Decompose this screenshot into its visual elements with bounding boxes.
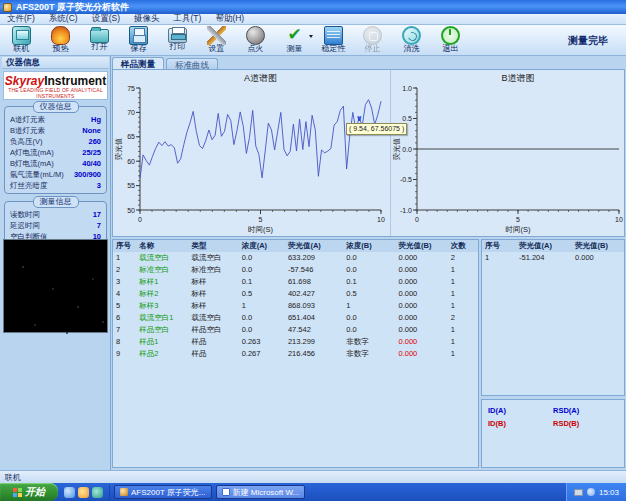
toolbar-button-测量[interactable]: ✔测量	[275, 26, 314, 55]
quick-launch-media-icon[interactable]	[92, 487, 103, 498]
toolbar-button-退出[interactable]: 退出	[431, 26, 470, 55]
menu-item[interactable]: 设置(S)	[85, 13, 127, 25]
table-cell: 633.209	[285, 252, 343, 264]
dropdown-arrow-icon[interactable]	[309, 35, 313, 38]
column-header[interactable]: 浓度(B)	[343, 240, 395, 252]
table-cell: 61.698	[285, 276, 343, 288]
toolbar-button-预热[interactable]: 预热	[41, 26, 80, 55]
toolbar-button-设置[interactable]: 设置	[197, 26, 236, 55]
toolbar-button-label: 打开	[92, 43, 108, 51]
task-buttons: AFS200T 原子荧光...新建 Microsoft W...	[110, 485, 305, 499]
table-row[interactable]: 2标准空白标准空白0.0-57.5460.00.0001	[113, 264, 478, 276]
volume-tray-icon[interactable]	[587, 488, 595, 496]
table-row[interactable]: 1载流空白载流空白0.0633.2090.00.0002	[113, 252, 478, 264]
toolbar-button-点火[interactable]: 点火	[236, 26, 275, 55]
field-label: 氩气流量(mL/M)	[10, 169, 64, 180]
table-cell: 0.1	[239, 276, 285, 288]
table-row[interactable]: 1-51.2040.000	[482, 252, 624, 264]
menu-item[interactable]: 帮助(H)	[208, 13, 251, 25]
column-header[interactable]: 序号	[113, 240, 136, 252]
taskbar-task-button[interactable]: 新建 Microsoft W...	[216, 485, 306, 499]
toolbar-button-label: 测量	[287, 45, 303, 53]
display-tray-icon[interactable]	[574, 489, 583, 496]
column-header[interactable]: 荧光值(B)	[572, 240, 624, 252]
table-row[interactable]: 4标样2标样0.5402.4270.50.0001	[113, 288, 478, 300]
column-header[interactable]: 浓度(A)	[239, 240, 285, 252]
column-header[interactable]: 荧光值(A)	[285, 240, 343, 252]
toolbar-button-打印[interactable]: 打印	[158, 26, 197, 55]
table-cell: 标样	[188, 300, 238, 312]
column-header[interactable]: 类型	[188, 240, 238, 252]
tab-标准曲线[interactable]: 标准曲线	[166, 58, 218, 69]
toolbar-button-联机[interactable]: 联机	[2, 26, 41, 55]
menu-item[interactable]: 工具(T)	[167, 13, 209, 25]
table-cell: 0.000	[396, 276, 448, 288]
menu-item[interactable]: 文件(F)	[0, 13, 42, 25]
table-cell: 213.299	[285, 336, 343, 348]
svg-text:A道谱图: A道谱图	[244, 73, 277, 83]
table-row[interactable]: 7样品空白样品空白0.047.5420.00.0001	[113, 324, 478, 336]
table-cell: 0.5	[343, 288, 395, 300]
toolbar-button-稳定性[interactable]: 稳定性	[314, 26, 353, 55]
table-cell: 0.000	[396, 288, 448, 300]
column-header[interactable]: 荧光值(A)	[516, 240, 572, 252]
sample-table-panel[interactable]: 序号名称类型浓度(A)荧光值(A)浓度(B)荧光值(B)次数 1载流空白载流空白…	[112, 239, 479, 468]
table-cell: 6	[113, 312, 136, 324]
taskbar-task-button[interactable]: AFS200T 原子荧光...	[114, 485, 212, 499]
start-label: 开始	[25, 485, 45, 499]
field-row: 氩气流量(mL/M)300/900	[5, 169, 106, 180]
table-cell: 0.000	[572, 252, 624, 264]
table-row[interactable]: 6载流空白1载流空白0.0651.4040.00.0002	[113, 312, 478, 324]
chart-a-canvas[interactable]: A道谱图5055606570750510时间(S)荧光值	[113, 70, 390, 236]
svg-text:60: 60	[127, 158, 135, 165]
column-header[interactable]: 名称	[136, 240, 188, 252]
readings-table-panel[interactable]: 序号荧光值(A)荧光值(B) 1-51.2040.000	[481, 239, 625, 396]
toolbar-button-打开[interactable]: 打开	[80, 26, 119, 55]
table-row[interactable]: 9样品2样品0.267216.456非数字0.0001	[113, 348, 478, 360]
field-label: 负高压(V)	[10, 136, 43, 147]
field-label: A道灯元素	[10, 114, 45, 125]
logo-brand-black: Instrument	[44, 74, 106, 88]
toolbar-button-清洗[interactable]: 清洗	[392, 26, 431, 55]
field-label: 延迟时间	[10, 220, 40, 231]
toolbar-button-停止: 停止	[353, 26, 392, 55]
instrument-info-group: 仪器信息 A道灯元素HgB道灯元素None负高压(V)260A灯电流(mA)25…	[4, 106, 107, 194]
chart-b-canvas[interactable]: B道谱图1.00.50.0-0.5-1.00510时间(S)荧光值	[391, 70, 626, 236]
quick-launch-messenger-icon[interactable]	[78, 487, 89, 498]
table-cell: 0.0	[343, 264, 395, 276]
menu-item[interactable]: 摄像头	[127, 13, 167, 25]
save-icon	[129, 26, 148, 45]
status-text: 联机	[5, 473, 21, 482]
table-row[interactable]: 8样品1样品0.263213.299非数字0.0001	[113, 336, 478, 348]
svg-text:10: 10	[615, 216, 623, 223]
table-row[interactable]: 5标样3标样1868.09310.0001	[113, 300, 478, 312]
table-cell: 载流空白1	[136, 312, 188, 324]
table-row[interactable]: 3标样1标样0.161.6980.10.0001	[113, 276, 478, 288]
menu-bar: 文件(F)系统(C)设置(S)摄像头工具(T)帮助(H)	[0, 14, 626, 25]
table-cell: 标准空白	[136, 264, 188, 276]
column-header[interactable]: 序号	[482, 240, 516, 252]
menu-item[interactable]: 系统(C)	[42, 13, 85, 25]
system-tray: 15:03	[566, 483, 626, 501]
field-row: 读数时间17	[5, 209, 106, 220]
stats-row: ID(A)RSD(A)	[488, 404, 618, 417]
svg-text:75: 75	[127, 85, 135, 92]
column-header[interactable]: 次数	[448, 240, 478, 252]
toolbar-button-保存[interactable]: 保存	[119, 26, 158, 55]
title-bar[interactable]: AFS200T 原子荧光分析软件	[0, 0, 626, 14]
field-value: 260	[88, 136, 101, 147]
tab-样品测量[interactable]: 样品测量	[112, 57, 164, 69]
table-cell: 1	[343, 300, 395, 312]
clock: 15:03	[599, 488, 619, 497]
start-button[interactable]: 开始	[0, 483, 58, 501]
quick-launch-browser-icon[interactable]	[64, 487, 75, 498]
sample-table-header-row: 序号名称类型浓度(A)荧光值(A)浓度(B)荧光值(B)次数	[113, 240, 478, 252]
table-cell: 0.267	[239, 348, 285, 360]
column-header[interactable]: 荧光值(B)	[396, 240, 448, 252]
table-cell: 0.0	[343, 324, 395, 336]
task-button-label: 新建 Microsoft W...	[233, 487, 300, 498]
field-value: 3	[97, 180, 101, 191]
table-cell: 1	[448, 336, 478, 348]
stability-icon	[324, 26, 343, 45]
word-icon	[222, 488, 230, 496]
